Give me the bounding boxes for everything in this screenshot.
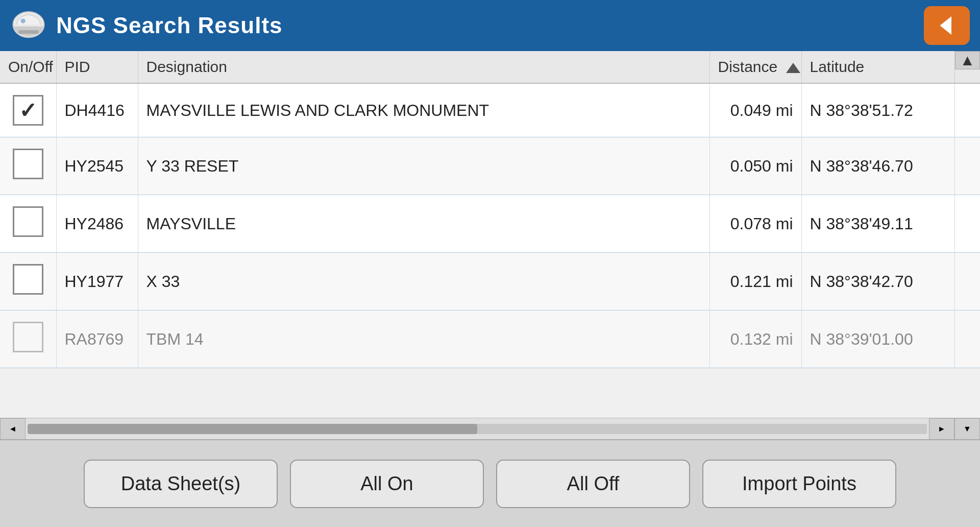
horizontal-scrollbar[interactable]: ◄ ► ▼: [0, 418, 980, 439]
distance-cell: 0.049 mi: [709, 83, 801, 137]
table-row: DH4416MAYSVILLE LEWIS AND CLARK MONUMENT…: [0, 83, 980, 137]
distance-cell: 0.121 mi: [709, 253, 801, 310]
scroll-left-icon: ◄: [9, 424, 17, 434]
col-header-designation[interactable]: Designation: [138, 51, 709, 83]
helmet-icon: [10, 7, 47, 44]
svg-marker-3: [940, 16, 952, 35]
header-left: NGS Search Results: [10, 7, 283, 44]
designation-cell: MAYSVILLE: [138, 195, 709, 253]
latitude-cell: N 38°39'01.00: [801, 310, 954, 368]
scroll-right-icon: ►: [938, 424, 946, 434]
col-header-latitude[interactable]: Latitude: [801, 51, 954, 83]
vscroll-cell: [954, 137, 980, 195]
table-row: HY2545Y 33 RESET0.050 miN 38°38'46.70: [0, 137, 980, 195]
hscroll-thumb[interactable]: [28, 424, 477, 434]
hscroll-track[interactable]: [28, 424, 927, 434]
results-table: On/Off PID Designation Distance Latitude…: [0, 51, 980, 368]
table-scroll-area: On/Off PID Designation Distance Latitude…: [0, 51, 980, 418]
data-sheet-button[interactable]: Data Sheet(s): [84, 460, 278, 508]
header: NGS Search Results: [0, 0, 980, 51]
sort-up-icon: [786, 63, 800, 73]
table-row: RA8769TBM 140.132 miN 38°39'01.00: [0, 310, 980, 368]
pid-cell: HY1977: [56, 253, 138, 310]
col-header-distance[interactable]: Distance: [709, 51, 801, 83]
latitude-cell: N 38°38'49.11: [801, 195, 954, 253]
back-button[interactable]: [924, 6, 970, 45]
col-header-onoff[interactable]: On/Off: [0, 51, 56, 83]
pid-cell: HY2486: [56, 195, 138, 253]
footer: Data Sheet(s) All On All Off Import Poin…: [0, 440, 980, 527]
app-title: NGS Search Results: [56, 13, 283, 38]
vscroll-cell: [954, 310, 980, 368]
pid-cell: RA8769: [56, 310, 138, 368]
col-header-pid[interactable]: PID: [56, 51, 138, 83]
distance-cell: 0.132 mi: [709, 310, 801, 368]
all-off-button[interactable]: All Off: [496, 460, 690, 508]
table-header-row: On/Off PID Designation Distance Latitude…: [0, 51, 980, 83]
checkbox[interactable]: [13, 149, 43, 179]
onoff-cell[interactable]: [0, 137, 56, 195]
table-body: DH4416MAYSVILLE LEWIS AND CLARK MONUMENT…: [0, 83, 980, 368]
pid-cell: HY2545: [56, 137, 138, 195]
vscroll-down-button[interactable]: ▼: [954, 418, 980, 440]
latitude-cell: N 38°38'42.70: [801, 253, 954, 310]
table-row: HY2486MAYSVILLE0.078 miN 38°38'49.11: [0, 195, 980, 253]
back-arrow-icon: [933, 12, 961, 39]
distance-cell: 0.050 mi: [709, 137, 801, 195]
designation-cell: X 33: [138, 253, 709, 310]
vscroll-cell: [954, 253, 980, 310]
hscroll-left-button[interactable]: ◄: [0, 418, 26, 440]
svg-point-2: [21, 19, 26, 23]
distance-cell: 0.078 mi: [709, 195, 801, 253]
table-row: HY1977X 330.121 miN 38°38'42.70: [0, 253, 980, 310]
scroll-down-icon: ▼: [963, 424, 971, 434]
designation-cell: Y 33 RESET: [138, 137, 709, 195]
designation-cell: TBM 14: [138, 310, 709, 368]
vscroll-up-button[interactable]: ▲: [955, 51, 981, 69]
vscroll-cell: [954, 195, 980, 253]
checkbox[interactable]: [13, 264, 43, 295]
latitude-cell: N 38°38'51.72: [801, 83, 954, 137]
vscroll-cell: [954, 83, 980, 137]
scroll-up-icon: ▲: [960, 52, 975, 69]
pid-cell: DH4416: [56, 83, 138, 137]
checkbox[interactable]: [13, 95, 43, 126]
designation-cell: MAYSVILLE LEWIS AND CLARK MONUMENT: [138, 83, 709, 137]
onoff-cell[interactable]: [0, 195, 56, 253]
onoff-cell[interactable]: [0, 310, 56, 368]
import-points-button[interactable]: Import Points: [702, 460, 896, 508]
checkbox[interactable]: [13, 206, 43, 237]
onoff-cell[interactable]: [0, 253, 56, 310]
results-table-container: On/Off PID Designation Distance Latitude…: [0, 51, 980, 440]
vscroll-header-cell: ▲: [954, 51, 980, 83]
checkbox[interactable]: [13, 322, 43, 352]
svg-rect-1: [18, 30, 39, 34]
latitude-cell: N 38°38'46.70: [801, 137, 954, 195]
onoff-cell[interactable]: [0, 83, 56, 137]
all-on-button[interactable]: All On: [290, 460, 484, 508]
hscroll-right-button[interactable]: ►: [929, 418, 954, 440]
